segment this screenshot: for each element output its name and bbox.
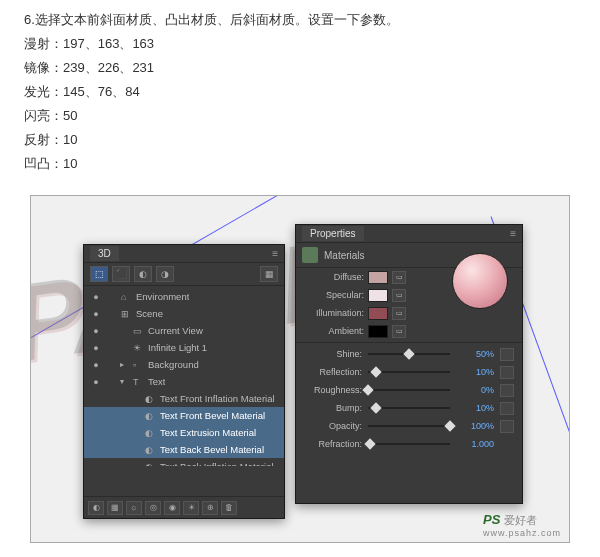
material-preview-sphere[interactable]: [452, 253, 508, 309]
panel-properties[interactable]: Properties ≡ Materials Diffuse:▭Specular…: [295, 224, 523, 504]
visibility-toggle-icon[interactable]: ●: [90, 360, 102, 370]
slider-value[interactable]: 10%: [456, 367, 494, 377]
filter-btn[interactable]: ◐: [134, 266, 152, 282]
texture-map-button[interactable]: ▭: [392, 325, 406, 338]
item-type-icon: ◐: [145, 394, 157, 404]
slider-property-row: Opacity:100%: [296, 417, 522, 435]
panel-3d[interactable]: 3D ≡ ⬚ ⬛ ◐ ◑ ▦ ●⌂Environment●⊞Scene●▭Cur…: [83, 244, 285, 519]
texture-map-button[interactable]: ▭: [392, 271, 406, 284]
slider-track[interactable]: [368, 371, 450, 373]
footer-button[interactable]: ▦: [107, 501, 123, 515]
slider-handle[interactable]: [362, 384, 373, 395]
visibility-toggle-icon[interactable]: ●: [90, 377, 102, 387]
tree-row[interactable]: ●⌂Environment: [84, 288, 284, 305]
expand-arrow-icon[interactable]: ▾: [120, 377, 130, 386]
property-label: Specular:: [304, 290, 364, 300]
tree-item-label: Text Extrusion Material: [160, 427, 256, 438]
visibility-toggle-icon[interactable]: ●: [90, 343, 102, 353]
visibility-toggle-icon[interactable]: ●: [90, 326, 102, 336]
tree-row[interactable]: ◐Text Extrusion Material: [84, 424, 284, 441]
tree-item-label: Environment: [136, 291, 189, 302]
tree-row[interactable]: ●▾TText: [84, 373, 284, 390]
tree-row[interactable]: ●▸▫Background: [84, 356, 284, 373]
slider-track[interactable]: [368, 425, 450, 427]
tree-row[interactable]: ◐Text Front Inflation Material: [84, 390, 284, 407]
section-label: Materials: [324, 250, 365, 261]
color-swatch[interactable]: [368, 271, 388, 284]
panel-menu-icon[interactable]: ≡: [272, 248, 278, 259]
spacer: [178, 266, 256, 282]
color-swatch[interactable]: [368, 289, 388, 302]
tree-row[interactable]: ●⊞Scene: [84, 305, 284, 322]
tree-row[interactable]: ◐Text Back Inflation Material: [84, 458, 284, 466]
slider-property-row: Bump:10%: [296, 399, 522, 417]
doc-line: 反射：10: [24, 128, 576, 152]
tree-row[interactable]: ◐Text Back Bevel Material: [84, 441, 284, 458]
filter-btn[interactable]: ▦: [260, 266, 278, 282]
tree-item-label: Text: [148, 376, 165, 387]
slider-value[interactable]: 1.000: [456, 439, 494, 449]
slider-value[interactable]: 10%: [456, 403, 494, 413]
filter-row: ⬚ ⬛ ◐ ◑ ▦: [84, 263, 284, 286]
expand-arrow-icon[interactable]: ▸: [120, 360, 130, 369]
footer-button[interactable]: ◉: [164, 501, 180, 515]
texture-map-button[interactable]: [500, 348, 514, 361]
watermark-logo: PS: [483, 512, 500, 527]
property-label: Reflection:: [304, 367, 362, 377]
tree-row[interactable]: ◐Text Front Bevel Material: [84, 407, 284, 424]
filter-btn[interactable]: ◑: [156, 266, 174, 282]
tree-item-label: Scene: [136, 308, 163, 319]
slider-track[interactable]: [368, 389, 450, 391]
slider-track[interactable]: [368, 353, 450, 355]
property-label: Roughness:: [304, 385, 362, 395]
color-property-row: Ambient:▭: [296, 322, 522, 340]
tutorial-text: 6.选择文本前斜面材质、凸出材质、后斜面材质。设置一下参数。 漫射：197、16…: [0, 0, 600, 176]
slider-handle[interactable]: [365, 438, 376, 449]
footer-button[interactable]: ◎: [145, 501, 161, 515]
texture-map-button[interactable]: [500, 402, 514, 415]
visibility-toggle-icon[interactable]: ●: [90, 292, 102, 302]
texture-map-button[interactable]: [500, 366, 514, 379]
item-type-icon: ◐: [145, 445, 157, 455]
footer-button[interactable]: ☼: [126, 501, 142, 515]
slider-handle[interactable]: [371, 366, 382, 377]
item-type-icon: ◐: [145, 428, 157, 438]
filter-btn[interactable]: ⬛: [112, 266, 130, 282]
texture-map-button[interactable]: [500, 384, 514, 397]
property-label: Ambient:: [304, 326, 364, 336]
panel-header[interactable]: 3D ≡: [84, 245, 284, 263]
item-type-icon: ⌂: [121, 292, 133, 302]
slider-value[interactable]: 50%: [456, 349, 494, 359]
watermark: PS 爱好者 www.psahz.com: [483, 512, 561, 538]
item-type-icon: ⊞: [121, 309, 133, 319]
slider-handle[interactable]: [403, 348, 414, 359]
visibility-toggle-icon[interactable]: ●: [90, 309, 102, 319]
texture-map-button[interactable]: [500, 420, 514, 433]
slider-handle[interactable]: [371, 402, 382, 413]
panel-tab-3d[interactable]: 3D: [90, 246, 119, 261]
doc-line: 6.选择文本前斜面材质、凸出材质、后斜面材质。设置一下参数。: [24, 8, 576, 32]
canvas-area: PAPER 3D ≡ ⬚ ⬛ ◐ ◑ ▦ ●⌂Environment●⊞Scen…: [30, 195, 570, 543]
slider-handle[interactable]: [444, 420, 455, 431]
tree-row[interactable]: ●☀Infinite Light 1: [84, 339, 284, 356]
panel-menu-icon[interactable]: ≡: [510, 228, 516, 239]
panel-tab-properties[interactable]: Properties: [302, 226, 364, 241]
footer-button[interactable]: ☀: [183, 501, 199, 515]
texture-map-button[interactable]: ▭: [392, 307, 406, 320]
slider-track[interactable]: [368, 407, 450, 409]
footer-button[interactable]: 🗑: [221, 501, 237, 515]
tree-row[interactable]: ●▭Current View: [84, 322, 284, 339]
filter-btn[interactable]: ⬚: [90, 266, 108, 282]
footer-button[interactable]: ⊕: [202, 501, 218, 515]
property-label: Refraction:: [304, 439, 362, 449]
slider-property-row: Roughness:0%: [296, 381, 522, 399]
slider-value[interactable]: 0%: [456, 385, 494, 395]
property-label: Opacity:: [304, 421, 362, 431]
panel-header[interactable]: Properties ≡: [296, 225, 522, 243]
slider-value[interactable]: 100%: [456, 421, 494, 431]
color-swatch[interactable]: [368, 325, 388, 338]
slider-track[interactable]: [368, 443, 450, 445]
color-swatch[interactable]: [368, 307, 388, 320]
footer-button[interactable]: ◐: [88, 501, 104, 515]
texture-map-button[interactable]: ▭: [392, 289, 406, 302]
